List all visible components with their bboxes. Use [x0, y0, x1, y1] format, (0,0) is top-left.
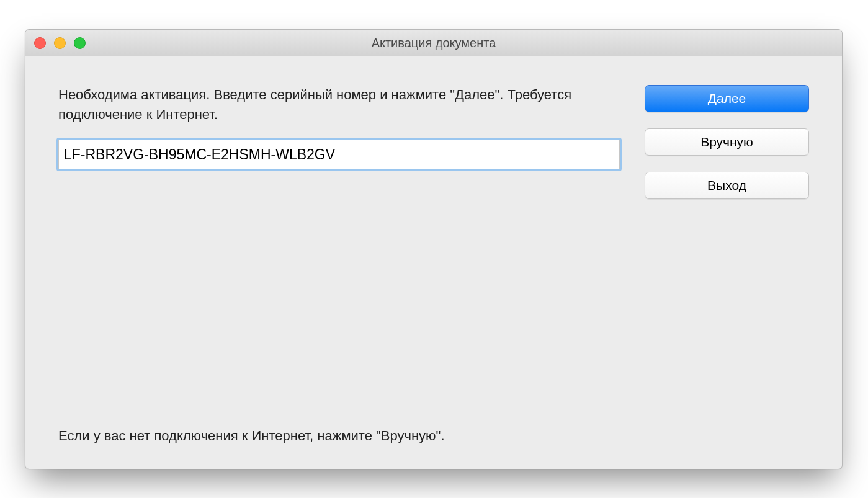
next-button[interactable]: Далее [645, 85, 809, 112]
zoom-icon[interactable] [74, 37, 86, 49]
window-title: Активация документа [25, 36, 842, 50]
button-column: Далее Вручную Выход [645, 85, 809, 444]
left-column: Необходима активация. Введите серийный н… [58, 85, 620, 444]
titlebar: Активация документа [25, 30, 842, 56]
content-area: Необходима активация. Введите серийный н… [25, 56, 842, 469]
serial-input-wrap [58, 140, 620, 169]
serial-number-input[interactable] [58, 140, 620, 169]
minimize-icon[interactable] [54, 37, 66, 49]
exit-button[interactable]: Выход [645, 172, 809, 199]
footer-text: Если у вас нет подключения к Интернет, н… [58, 428, 620, 444]
close-icon[interactable] [34, 37, 46, 49]
traffic-lights [34, 30, 86, 56]
instructions-text: Необходима активация. Введите серийный н… [58, 85, 620, 125]
manual-button[interactable]: Вручную [645, 128, 809, 156]
activation-window: Активация документа Необходима активация… [25, 29, 843, 469]
